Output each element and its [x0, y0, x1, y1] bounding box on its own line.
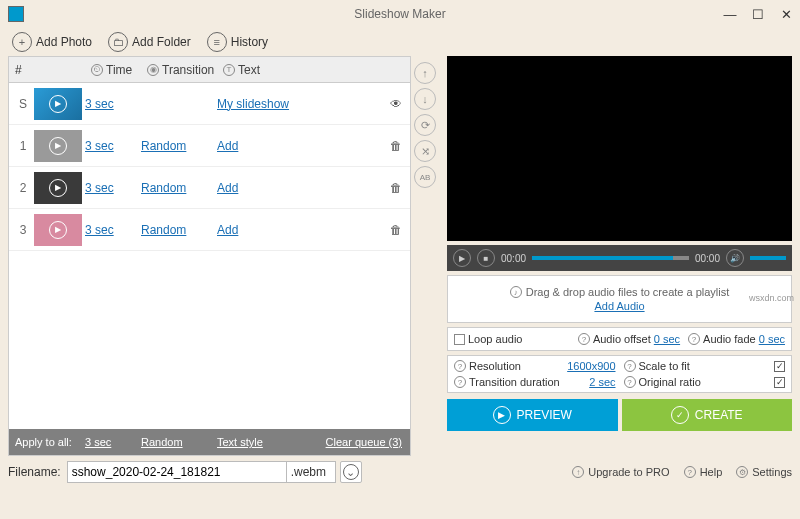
- apply-to-all-row: Apply to all: 3 sec Random Text style Cl…: [9, 429, 410, 455]
- clock-icon: ⏲: [91, 64, 103, 76]
- transition-icon: ◉: [147, 64, 159, 76]
- create-button[interactable]: ✓CREATE: [622, 399, 793, 431]
- play-icon: ▶: [49, 221, 67, 239]
- row-thumbnail[interactable]: ▶: [34, 172, 82, 204]
- history-icon: ≡: [207, 32, 227, 52]
- play-button[interactable]: ▶: [453, 249, 471, 267]
- row-thumbnail[interactable]: ▶: [34, 88, 82, 120]
- table-row[interactable]: 1 ▶ 3 sec Random Add 🗑: [9, 125, 410, 167]
- row-text[interactable]: Add: [217, 181, 238, 195]
- add-photo-button[interactable]: + Add Photo: [6, 30, 98, 54]
- minimize-button[interactable]: —: [716, 3, 744, 25]
- col-transition[interactable]: ◉Transition: [147, 63, 223, 77]
- seek-bar[interactable]: [532, 256, 689, 260]
- rotate-button[interactable]: ⟳: [414, 114, 436, 136]
- apply-time[interactable]: 3 sec: [85, 436, 141, 448]
- folder-icon: 🗀: [108, 32, 128, 52]
- apply-label: Apply to all:: [9, 436, 85, 448]
- help-icon[interactable]: ?: [578, 333, 590, 345]
- col-text[interactable]: TText: [223, 63, 382, 77]
- help-button[interactable]: ?Help: [684, 466, 723, 478]
- mute-button[interactable]: 🔊: [726, 249, 744, 267]
- play-icon: ▶: [49, 137, 67, 155]
- audio-offset-value[interactable]: 0 sec: [654, 333, 680, 345]
- app-icon: [8, 6, 24, 22]
- row-index: 3: [9, 223, 31, 237]
- add-audio-link[interactable]: Add Audio: [594, 300, 644, 312]
- maximize-button[interactable]: ☐: [744, 3, 772, 25]
- upgrade-button[interactable]: ↑Upgrade to PRO: [572, 466, 669, 478]
- ab-button[interactable]: AB: [414, 166, 436, 188]
- preview-button[interactable]: ▶PREVIEW: [447, 399, 618, 431]
- apply-text-style[interactable]: Text style: [217, 436, 326, 448]
- row-time[interactable]: 3 sec: [85, 181, 114, 195]
- table-row[interactable]: 2 ▶ 3 sec Random Add 🗑: [9, 167, 410, 209]
- chevron-down-icon: ⌄: [343, 464, 359, 480]
- settings-button[interactable]: ⚙Settings: [736, 466, 792, 478]
- trash-icon[interactable]: 🗑: [388, 138, 404, 154]
- format-dropdown[interactable]: ⌄: [340, 461, 362, 483]
- scale-to-fit-checkbox[interactable]: ✓: [774, 361, 785, 372]
- help-icon[interactable]: ?: [688, 333, 700, 345]
- row-transition[interactable]: Random: [141, 139, 186, 153]
- row-transition[interactable]: Random: [141, 223, 186, 237]
- loop-audio-label: Loop audio: [468, 333, 522, 345]
- row-time[interactable]: 3 sec: [85, 97, 114, 111]
- audio-fade-label: Audio fade: [703, 333, 756, 345]
- row-text[interactable]: My slideshow: [217, 97, 289, 111]
- table-row[interactable]: S ▶ 3 sec My slideshow 👁: [9, 83, 410, 125]
- stop-button[interactable]: ■: [477, 249, 495, 267]
- audio-fade-value[interactable]: 0 sec: [759, 333, 785, 345]
- text-icon: T: [223, 64, 235, 76]
- row-thumbnail[interactable]: ▶: [34, 214, 82, 246]
- row-time[interactable]: 3 sec: [85, 139, 114, 153]
- audio-offset-label: Audio offset: [593, 333, 651, 345]
- row-transition[interactable]: Random: [141, 181, 186, 195]
- history-button[interactable]: ≡ History: [201, 30, 274, 54]
- play-icon: ▶: [49, 95, 67, 113]
- audio-hint: Drag & drop audio files to create a play…: [526, 286, 730, 298]
- help-icon[interactable]: ?: [624, 360, 636, 372]
- loop-audio-checkbox[interactable]: [454, 334, 465, 345]
- row-index: 2: [9, 181, 31, 195]
- original-ratio-label: Original ratio: [639, 376, 701, 388]
- transition-duration-value[interactable]: 2 sec: [589, 376, 615, 388]
- resolution-value[interactable]: 1600x900: [567, 360, 615, 372]
- add-photo-label: Add Photo: [36, 35, 92, 49]
- help-icon[interactable]: ?: [454, 376, 466, 388]
- trash-icon[interactable]: 🗑: [388, 180, 404, 196]
- table-row[interactable]: 3 ▶ 3 sec Random Add 🗑: [9, 209, 410, 251]
- eye-icon[interactable]: 👁: [388, 96, 404, 112]
- gear-icon: ⚙: [736, 466, 748, 478]
- move-down-button[interactable]: ↓: [414, 88, 436, 110]
- help-icon[interactable]: ?: [454, 360, 466, 372]
- audio-dropzone[interactable]: ♪Drag & drop audio files to create a pla…: [447, 275, 792, 323]
- clear-queue[interactable]: Clear queue (3): [326, 436, 410, 448]
- row-thumbnail[interactable]: ▶: [34, 130, 82, 162]
- close-button[interactable]: ✕: [772, 3, 800, 25]
- up-icon: ↑: [572, 466, 584, 478]
- help-icon[interactable]: ?: [624, 376, 636, 388]
- col-time[interactable]: ⏲Time: [91, 63, 147, 77]
- row-text[interactable]: Add: [217, 223, 238, 237]
- move-up-button[interactable]: ↑: [414, 62, 436, 84]
- col-idx: #: [15, 63, 37, 77]
- player-controls: ▶ ■ 00:00 00:00 🔊: [447, 245, 792, 271]
- audio-icon: ♪: [510, 286, 522, 298]
- volume-bar[interactable]: [750, 256, 786, 260]
- titlebar: Slideshow Maker — ☐ ✕: [0, 0, 800, 28]
- shuffle-button[interactable]: ⤨: [414, 140, 436, 162]
- row-time[interactable]: 3 sec: [85, 223, 114, 237]
- apply-transition[interactable]: Random: [141, 436, 217, 448]
- scale-to-fit-label: Scale to fit: [639, 360, 690, 372]
- add-folder-button[interactable]: 🗀 Add Folder: [102, 30, 197, 54]
- check-icon: ✓: [671, 406, 689, 424]
- play-icon: ▶: [493, 406, 511, 424]
- toolbar: + Add Photo 🗀 Add Folder ≡ History: [0, 28, 800, 56]
- trash-icon[interactable]: 🗑: [388, 222, 404, 238]
- output-settings: ?Resolution1600x900 ?Scale to fit✓ ?Tran…: [447, 355, 792, 393]
- original-ratio-checkbox[interactable]: ✓: [774, 377, 785, 388]
- row-text[interactable]: Add: [217, 139, 238, 153]
- app-title: Slideshow Maker: [354, 7, 445, 21]
- filename-input[interactable]: [67, 461, 287, 483]
